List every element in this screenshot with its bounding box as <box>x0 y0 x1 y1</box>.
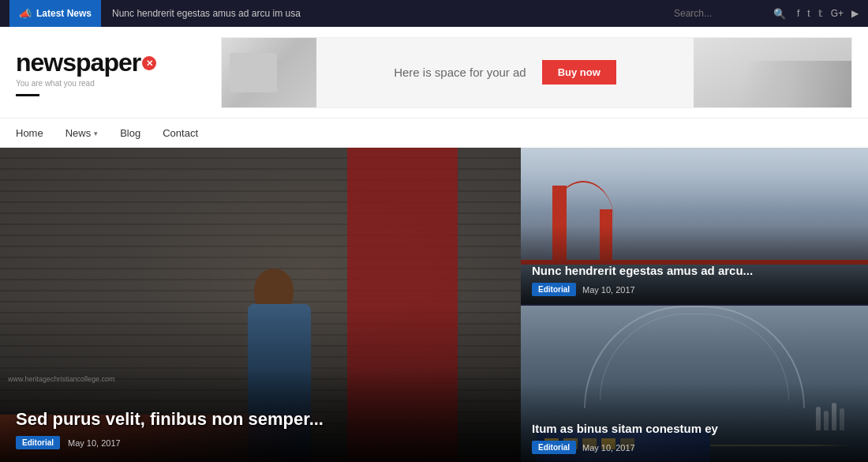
nav-news[interactable]: News ▾ <box>54 118 110 148</box>
latest-news-button[interactable]: 📣 Latest News <box>9 0 101 27</box>
right-article-1-meta: Editorial May 10, 2017 <box>532 283 857 296</box>
right-article-2-title: Itum as binus sitam conestum ey <box>532 421 857 437</box>
ticker-text: Nunc hendrerit egestas amus ad arcu im u… <box>101 8 674 19</box>
ad-text: Here is space for your ad <box>394 66 526 79</box>
facebook-icon[interactable]: f <box>797 8 799 19</box>
ad-image-right <box>694 37 851 108</box>
right-article-2-caption: Itum as binus sitam conestum ey Editoria… <box>521 413 868 463</box>
big-article[interactable]: Sed purus velit, finibus non semper... E… <box>0 148 521 462</box>
brand-x-icon: ✕ <box>142 56 156 70</box>
googleplus-icon[interactable]: G+ <box>831 8 844 19</box>
search-area: 🔍 <box>674 8 786 20</box>
brand-name[interactable]: newspaper✕ <box>16 48 221 77</box>
megaphone-icon: 📣 <box>19 8 32 20</box>
nav-contact[interactable]: Contact <box>152 118 209 148</box>
chevron-down-icon: ▾ <box>94 130 98 137</box>
big-article-category[interactable]: Editorial <box>16 436 60 449</box>
ad-banner: Here is space for your ad Buy now <box>221 37 852 108</box>
nav-home[interactable]: Home <box>16 118 54 148</box>
ad-text-area: Here is space for your ad Buy now <box>316 60 694 85</box>
right-article-1[interactable]: Nunc hendrerit egestas amus ad arcu... E… <box>521 148 868 306</box>
header: newspaper✕ You are what you read Here is… <box>0 27 868 118</box>
right-article-2-meta: Editorial May 10, 2017 <box>532 441 857 454</box>
latest-news-label: Latest News <box>36 8 92 19</box>
right-column: Nunc hendrerit egestas amus ad arcu... E… <box>521 148 868 462</box>
search-icon[interactable]: 🔍 <box>773 8 786 20</box>
big-article-meta: Editorial May 10, 2017 <box>16 436 505 449</box>
search-input[interactable] <box>674 8 769 19</box>
ad-image-left <box>222 37 316 108</box>
big-article-caption: Sed purus velit, finibus non semper... E… <box>0 396 521 462</box>
right-article-1-title: Nunc hendrerit egestas amus ad arcu... <box>532 263 857 279</box>
right-article-2[interactable]: Itum as binus sitam conestum ey Editoria… <box>521 306 868 462</box>
top-bar: 📣 Latest News Nunc hendrerit egestas amu… <box>0 0 868 27</box>
big-article-date: May 10, 2017 <box>68 438 121 448</box>
main-content: Sed purus velit, finibus non semper... E… <box>0 148 868 462</box>
social-icons: f t 𝕥 G+ ▶ <box>797 8 859 19</box>
brand-underline <box>16 94 39 96</box>
twitter-icon[interactable]: 𝕥 <box>818 8 823 19</box>
buy-now-button[interactable]: Buy now <box>542 60 616 85</box>
right-article-1-date: May 10, 2017 <box>582 285 635 295</box>
watermark: www.heritagechristiancollege.com <box>8 375 115 383</box>
nav-blog[interactable]: Blog <box>109 118 152 148</box>
right-article-2-date: May 10, 2017 <box>582 443 635 453</box>
right-article-1-category[interactable]: Editorial <box>532 283 576 296</box>
nav-bar: Home News ▾ Blog Contact <box>0 118 868 148</box>
brand-tagline: You are what you read <box>16 79 221 88</box>
tumblr-icon[interactable]: t <box>807 8 810 19</box>
youtube-icon[interactable]: ▶ <box>851 8 859 19</box>
big-article-title: Sed purus velit, finibus non semper... <box>16 409 505 430</box>
brand-area: newspaper✕ You are what you read <box>16 48 221 96</box>
right-article-2-category[interactable]: Editorial <box>532 441 576 454</box>
right-article-1-caption: Nunc hendrerit egestas amus ad arcu... E… <box>521 255 868 305</box>
